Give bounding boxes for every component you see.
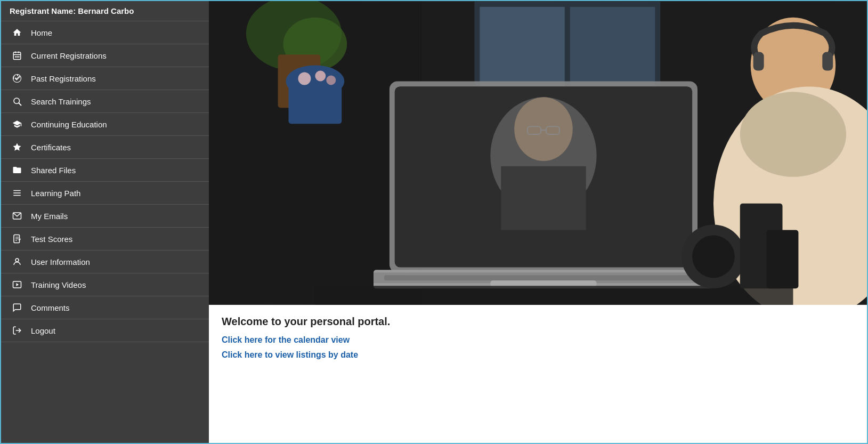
- svg-rect-54: [315, 286, 793, 305]
- svg-marker-9: [13, 143, 21, 151]
- listings-link[interactable]: Click here to view listings by date: [222, 350, 854, 360]
- svg-point-32: [326, 75, 336, 85]
- sidebar-item-past-registrations[interactable]: Past Registrations: [1, 67, 209, 90]
- sidebar-item-learning-path[interactable]: Learning Path: [1, 182, 209, 205]
- sidebar-item-label-search-trainings: Search Trainings: [31, 97, 91, 106]
- sidebar-item-user-information[interactable]: User Information: [1, 251, 209, 273]
- home-icon: [10, 28, 25, 37]
- sidebar-item-label-my-emails: My Emails: [31, 212, 68, 221]
- sidebar-item-label-logout: Logout: [31, 326, 55, 335]
- past-registrations-icon: [10, 74, 25, 83]
- svg-rect-46: [501, 166, 586, 230]
- svg-rect-52: [384, 275, 703, 280]
- sidebar: Registrant Name: Bernard Carbo HomeCurre…: [1, 1, 209, 443]
- svg-rect-6: [18, 56, 19, 58]
- sidebar-item-continuing-education[interactable]: Continuing Education: [1, 113, 209, 136]
- sidebar-item-home[interactable]: Home: [1, 21, 209, 44]
- svg-marker-19: [17, 283, 19, 286]
- shared-files-icon: [10, 165, 25, 175]
- sidebar-item-label-home: Home: [31, 28, 52, 37]
- sidebar-item-search-trainings[interactable]: Search Trainings: [1, 90, 209, 113]
- sidebar-item-label-current-registrations: Current Registrations: [31, 51, 107, 60]
- sidebar-item-comments[interactable]: Comments: [1, 296, 209, 319]
- content-area: Welcome to your personal portal. Click h…: [209, 305, 867, 376]
- sidebar-item-label-learning-path: Learning Path: [31, 189, 80, 198]
- svg-rect-0: [13, 52, 21, 60]
- sidebar-item-logout[interactable]: Logout: [1, 319, 209, 342]
- svg-rect-58: [767, 230, 799, 289]
- sidebar-item-label-user-information: User Information: [31, 257, 90, 267]
- sidebar-item-my-emails[interactable]: My Emails: [1, 205, 209, 228]
- user-information-icon: [10, 257, 25, 267]
- certificates-icon: [10, 142, 25, 152]
- sidebar-item-label-shared-files: Shared Files: [31, 166, 76, 175]
- svg-line-8: [19, 103, 21, 105]
- logout-icon: [10, 326, 25, 335]
- sidebar-item-test-scores[interactable]: Test Scores: [1, 228, 209, 251]
- svg-point-18: [15, 259, 19, 262]
- sidebar-item-label-certificates: Certificates: [31, 143, 71, 152]
- welcome-text: Welcome to your personal portal.: [222, 316, 854, 328]
- sidebar-item-label-comments: Comments: [31, 303, 70, 312]
- search-trainings-icon: [10, 96, 25, 106]
- hero-svg: [209, 1, 867, 305]
- test-scores-icon: [10, 234, 25, 244]
- svg-point-45: [514, 97, 573, 161]
- svg-rect-29: [289, 81, 342, 124]
- svg-point-40: [740, 92, 846, 176]
- svg-rect-38: [822, 52, 833, 71]
- sidebar-item-shared-files[interactable]: Shared Files: [1, 159, 209, 182]
- sidebar-item-label-test-scores: Test Scores: [31, 235, 72, 244]
- training-videos-icon: [10, 280, 25, 289]
- continuing-education-icon: [10, 119, 25, 129]
- comments-icon: [10, 303, 25, 312]
- sidebar-item-training-videos[interactable]: Training Videos: [1, 273, 209, 296]
- svg-rect-5: [17, 56, 18, 58]
- svg-point-30: [298, 72, 311, 85]
- learning-path-icon: [10, 188, 25, 198]
- svg-point-56: [692, 235, 735, 278]
- svg-point-31: [315, 71, 326, 82]
- sidebar-header: Registrant Name: Bernard Carbo: [1, 1, 209, 21]
- sidebar-item-label-past-registrations: Past Registrations: [31, 74, 96, 83]
- main-content: Welcome to your personal portal. Click h…: [209, 1, 867, 443]
- current-registrations-icon: [10, 51, 25, 60]
- sidebar-item-label-training-videos: Training Videos: [31, 280, 86, 289]
- calendar-link[interactable]: Click here for the calendar view: [222, 335, 854, 345]
- nav-menu: HomeCurrent RegistrationsPast Registrati…: [1, 21, 209, 342]
- svg-rect-4: [15, 56, 16, 58]
- sidebar-item-current-registrations[interactable]: Current Registrations: [1, 44, 209, 67]
- sidebar-item-label-continuing-education: Continuing Education: [31, 120, 107, 129]
- sidebar-item-certificates[interactable]: Certificates: [1, 136, 209, 159]
- hero-image: [209, 1, 867, 305]
- my-emails-icon: [10, 211, 25, 221]
- svg-rect-37: [753, 52, 764, 71]
